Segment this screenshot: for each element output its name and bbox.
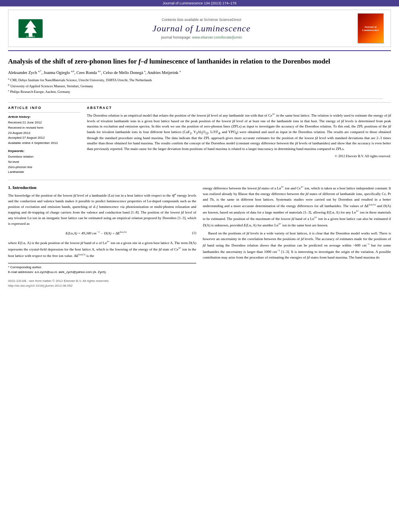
- article-info-column: ARTICLE INFO Article history: Received 2…: [8, 106, 80, 175]
- section1-text: The knowledge of the position of the low…: [8, 192, 196, 259]
- body-section-divider: [8, 180, 391, 180]
- affiliation-c: c Philips Research Europe, Aachen, Germa…: [8, 88, 391, 94]
- article-dates: Received 21 June 2012 Received in revise…: [8, 120, 80, 146]
- corresponding-note: * Corresponding author.: [8, 265, 196, 270]
- journal-header: ELSEVIER Contents lists available at Sci…: [8, 10, 391, 47]
- affiliation-b: b University of Applied Sciences Munster…: [8, 83, 391, 89]
- issn-line: 0022-2313/$ - see front matter © 2012 El…: [8, 279, 196, 284]
- article-info-box: Article history: Received 21 June 2012 R…: [8, 112, 80, 146]
- journal-main-title: Journal of Luminescence: [49, 23, 354, 34]
- article-info-heading: ARTICLE INFO: [8, 106, 80, 110]
- affiliation-a: a CMI, Debye Institute for NanoMaterials…: [8, 77, 391, 83]
- paper-title: Analysis of the shift of zero-phonon lin…: [8, 57, 391, 66]
- body-right-column: energy difference between the lowest fd …: [203, 185, 391, 289]
- journal-bar: Journal of Luminescence 134 (2013) 174–1…: [0, 0, 399, 6]
- equation1: E(Ln,A) = 49,340 cm−1 − D(A) + ΔELn,Ce (…: [8, 230, 196, 236]
- footnote: * Corresponding author. E-mail addresses…: [8, 263, 196, 275]
- journal-thumbnail: Journal ofLuminescence: [354, 13, 387, 43]
- keywords-section: Keywords: Dorenbos relation 5d level Zer…: [8, 149, 80, 175]
- paper-content: Analysis of the shift of zero-phonon lin…: [8, 53, 391, 293]
- journal-cover-image: Journal ofLuminescence: [358, 13, 384, 43]
- elsevier-logo-area: ELSEVIER: [12, 18, 49, 39]
- history-title: Article history:: [8, 115, 80, 119]
- keywords-list: Dorenbos relation 5d level Zero-phonon l…: [8, 154, 80, 175]
- abstract-heading: ABSTRACT: [87, 106, 391, 110]
- abstract-column: ABSTRACT The Dorenbos relation is an emp…: [87, 106, 391, 175]
- section1-right-text: energy difference between the lowest fd …: [203, 185, 391, 260]
- authors: Aleksander Zych a,*, Joanna Ogieglo a,b,…: [8, 70, 391, 75]
- journal-title-area: Contents lists available at SciVerse Sci…: [49, 18, 354, 39]
- doi-line: http://dx.doi.org/10.1016/j.jlumin.2012.…: [8, 283, 196, 289]
- keywords-title: Keywords:: [8, 149, 80, 153]
- svg-text:ELSEVIER: ELSEVIER: [26, 36, 35, 38]
- copyright-notice: © 2012 Elsevier B.V. All rights reserved…: [87, 154, 391, 158]
- body-left-column: 1. Introduction The knowledge of the pos…: [8, 185, 196, 289]
- article-info-abstract: ARTICLE INFO Article history: Received 2…: [8, 102, 391, 175]
- journal-homepage: journal homepage: www.elsevier.com/locat…: [49, 35, 354, 39]
- header-divider: [8, 50, 391, 51]
- journal-bar-text: Journal of Luminescence 134 (2013) 174–1…: [162, 1, 237, 5]
- page-footer: 0022-2313/$ - see front matter © 2012 El…: [8, 279, 196, 289]
- elsevier-logo-icon: ELSEVIER: [16, 18, 45, 39]
- email-note: E-mail addresses: a.k.zych@uu.nl, alek_z…: [8, 270, 196, 275]
- content-divider: [16, 99, 383, 99]
- body-content: 1. Introduction The knowledge of the pos…: [8, 185, 391, 289]
- sciverse-text: Contents lists available at SciVerse Sci…: [49, 18, 354, 22]
- section1-heading: 1. Introduction: [8, 185, 196, 190]
- abstract-text: The Dorenbos relation is an empirical mo…: [87, 112, 391, 152]
- affiliations: a CMI, Debye Institute for NanoMaterials…: [8, 77, 391, 94]
